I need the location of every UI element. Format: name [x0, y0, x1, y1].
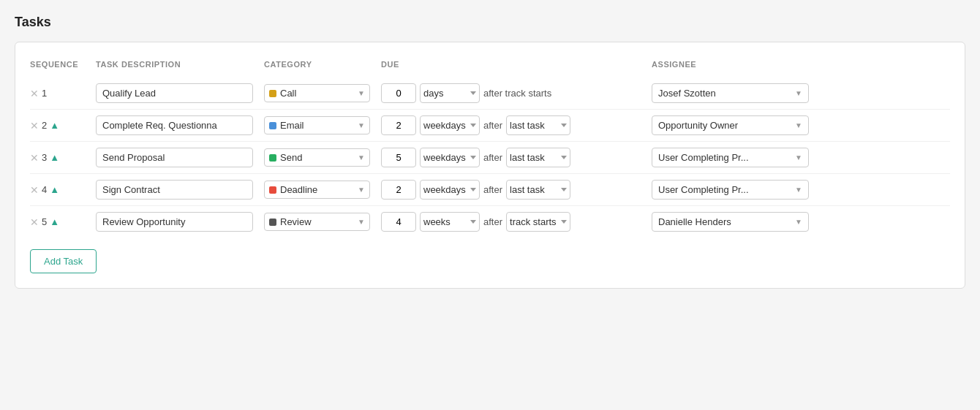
assignee-select[interactable]: User Completing Pr...▼: [652, 180, 809, 200]
category-dropdown-icon: ▼: [358, 121, 365, 129]
remove-task-button[interactable]: ✕: [30, 88, 39, 99]
sequence-cell: ✕5▲: [30, 216, 96, 227]
move-up-button[interactable]: ▲: [50, 216, 59, 227]
due-cell: daysweekdaysweeksafterlast tasktrack sta…: [381, 180, 652, 200]
assignee-select[interactable]: Danielle Henders▼: [652, 212, 809, 232]
col-due: DUE: [381, 60, 652, 69]
due-unit-select[interactable]: daysweekdaysweeks: [420, 83, 480, 103]
table-row: ✕2▲Email▼daysweekdaysweeksafterlast task…: [30, 110, 950, 142]
category-color-dot: [269, 122, 276, 129]
category-label: Deadline: [280, 184, 354, 195]
table-row: ✕5▲Review▼daysweekdaysweeksafterlast tas…: [30, 206, 950, 238]
assignee-label: User Completing Pr...: [658, 184, 749, 195]
due-unit-select[interactable]: daysweekdaysweeks: [420, 180, 480, 200]
sequence-number: 1: [42, 88, 47, 99]
due-number-input[interactable]: [381, 115, 416, 135]
category-dropdown-icon: ▼: [358, 153, 365, 162]
task-description-input[interactable]: [96, 148, 253, 167]
table-row: ✕1Call▼daysweekdaysweeksafter track star…: [30, 77, 950, 110]
category-select[interactable]: Email▼: [264, 116, 370, 134]
category-select[interactable]: Review▼: [264, 213, 370, 231]
category-cell: Send▼: [264, 148, 381, 167]
category-color-dot: [269, 154, 276, 162]
table-header: SEQUENCE TASK DESCRIPTION CATEGORY DUE A…: [30, 60, 950, 75]
category-label: Call: [280, 88, 354, 99]
task-rows-container: ✕1Call▼daysweekdaysweeksafter track star…: [30, 77, 950, 238]
after-select[interactable]: last tasktrack starts: [506, 212, 570, 232]
due-unit-select[interactable]: daysweekdaysweeks: [420, 115, 480, 135]
move-up-button[interactable]: ▲: [50, 152, 59, 163]
move-up-button[interactable]: ▲: [50, 184, 59, 195]
remove-task-button[interactable]: ✕: [30, 153, 39, 163]
tasks-card: SEQUENCE TASK DESCRIPTION CATEGORY DUE A…: [15, 42, 965, 289]
sequence-cell: ✕1: [30, 88, 96, 99]
col-category: CATEGORY: [264, 60, 381, 69]
category-dropdown-icon: ▼: [358, 186, 365, 194]
after-label: after track starts: [483, 88, 551, 99]
remove-task-button[interactable]: ✕: [30, 217, 39, 227]
assignee-select[interactable]: Opportunity Owner▼: [652, 115, 809, 135]
category-label: Send: [280, 152, 354, 163]
due-unit-select[interactable]: daysweekdaysweeks: [420, 148, 480, 167]
category-cell: Deadline▼: [264, 181, 381, 199]
due-number-input[interactable]: [381, 148, 416, 167]
due-cell: daysweekdaysweeksafterlast tasktrack sta…: [381, 148, 652, 167]
assignee-label: Danielle Henders: [658, 216, 731, 227]
assignee-select[interactable]: Josef Szotten▼: [652, 83, 809, 103]
move-up-button[interactable]: ▲: [50, 120, 59, 131]
task-description-input[interactable]: [96, 180, 253, 200]
category-color-dot: [269, 186, 276, 194]
assignee-dropdown-icon: ▼: [795, 89, 802, 97]
assignee-dropdown-icon: ▼: [795, 121, 802, 129]
col-assignee: ASSIGNEE: [652, 60, 820, 69]
due-number-input[interactable]: [381, 180, 416, 200]
remove-task-button[interactable]: ✕: [30, 121, 39, 131]
due-number-input[interactable]: [381, 212, 416, 232]
after-select[interactable]: last tasktrack starts: [506, 148, 570, 167]
due-cell: daysweekdaysweeksafterlast tasktrack sta…: [381, 115, 652, 135]
after-label: after: [483, 152, 502, 163]
sequence-cell: ✕4▲: [30, 184, 96, 195]
category-cell: Call▼: [264, 84, 381, 102]
category-label: Review: [280, 216, 354, 227]
sequence-number: 2: [42, 120, 47, 131]
after-select[interactable]: last tasktrack starts: [506, 115, 570, 135]
page-title: Tasks: [15, 15, 965, 30]
category-select[interactable]: Deadline▼: [264, 181, 370, 199]
due-cell: daysweekdaysweeksafterlast tasktrack sta…: [381, 212, 652, 232]
task-description-input[interactable]: [96, 212, 253, 232]
col-task-description: TASK DESCRIPTION: [96, 60, 264, 69]
sequence-number: 5: [42, 216, 47, 227]
assignee-label: Josef Szotten: [658, 88, 716, 99]
due-number-input[interactable]: [381, 83, 416, 103]
table-row: ✕4▲Deadline▼daysweekdaysweeksafterlast t…: [30, 174, 950, 206]
assignee-select[interactable]: User Completing Pr...▼: [652, 148, 809, 167]
category-dropdown-icon: ▼: [358, 89, 365, 97]
sequence-number: 3: [42, 152, 47, 163]
category-select[interactable]: Send▼: [264, 148, 370, 167]
sequence-number: 4: [42, 184, 47, 195]
sequence-cell: ✕3▲: [30, 152, 96, 163]
task-description-input[interactable]: [96, 83, 253, 103]
assignee-dropdown-icon: ▼: [795, 218, 802, 226]
after-select[interactable]: last tasktrack starts: [506, 180, 570, 200]
sequence-cell: ✕2▲: [30, 120, 96, 131]
after-label: after: [483, 216, 502, 227]
category-select[interactable]: Call▼: [264, 84, 370, 102]
remove-task-button[interactable]: ✕: [30, 185, 39, 195]
category-color-dot: [269, 90, 276, 97]
assignee-label: User Completing Pr...: [658, 152, 749, 163]
category-cell: Email▼: [264, 116, 381, 134]
table-row: ✕3▲Send▼daysweekdaysweeksafterlast taskt…: [30, 142, 950, 174]
category-label: Email: [280, 120, 354, 131]
task-description-input[interactable]: [96, 115, 253, 135]
assignee-label: Opportunity Owner: [658, 120, 738, 131]
col-sequence: SEQUENCE: [30, 60, 96, 69]
add-task-button[interactable]: Add Task: [30, 249, 97, 273]
category-color-dot: [269, 219, 276, 226]
assignee-dropdown-icon: ▼: [795, 153, 802, 162]
due-unit-select[interactable]: daysweekdaysweeks: [420, 212, 480, 232]
after-label: after: [483, 184, 502, 195]
due-cell: daysweekdaysweeksafter track starts: [381, 83, 652, 103]
category-cell: Review▼: [264, 213, 381, 231]
